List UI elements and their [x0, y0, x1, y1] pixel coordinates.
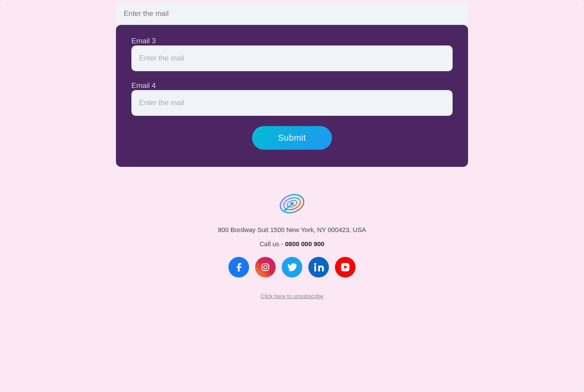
- social-icons-row: [228, 257, 356, 277]
- svg-point-7: [264, 265, 267, 269]
- email3-label: Email 3: [131, 37, 156, 45]
- top-partial-section: [116, 0, 468, 25]
- email3-input[interactable]: [131, 45, 453, 71]
- footer-address: 800 Bordway Suit 1500 New York, NY 00042…: [218, 226, 366, 233]
- call-prefix: Call us -: [260, 240, 285, 247]
- email4-label: Email 4: [131, 81, 156, 90]
- facebook-icon[interactable]: [228, 257, 249, 277]
- svg-point-8: [268, 264, 268, 265]
- phone-number: 0800 000 900: [285, 240, 325, 247]
- linkedin-icon[interactable]: [308, 257, 329, 277]
- footer-phone: Call us - 0800 000 900: [260, 240, 325, 247]
- svg-point-3: [290, 202, 294, 205]
- unsubscribe-link[interactable]: Click here to unsubscribe: [261, 293, 323, 299]
- svg-point-10: [314, 263, 316, 265]
- svg-rect-9: [314, 265, 316, 271]
- email4-input[interactable]: [131, 90, 453, 116]
- email-partial-input[interactable]: [116, 3, 468, 25]
- instagram-icon[interactable]: [255, 257, 276, 277]
- youtube-icon[interactable]: [335, 257, 356, 277]
- page-wrapper: Email 3 Email 4 Submit 800 B: [0, 0, 584, 392]
- submit-button[interactable]: Submit: [252, 126, 332, 150]
- footer-logo-icon: [277, 188, 307, 219]
- footer: 800 Bordway Suit 1500 New York, NY 00042…: [116, 188, 468, 308]
- email-form-section: Email 3 Email 4 Submit: [116, 25, 468, 167]
- twitter-icon[interactable]: [282, 257, 302, 277]
